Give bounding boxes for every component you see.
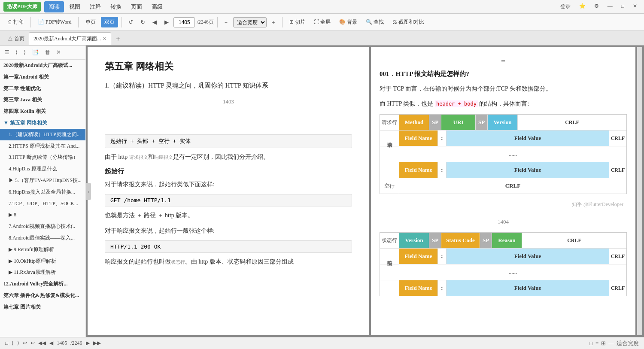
dots-2: ...... (399, 264, 626, 280)
fullscreen-button[interactable]: ⛶ 全屏 (310, 17, 334, 27)
single-page-button[interactable]: 单页 (82, 17, 99, 27)
toc-item-ch8[interactable]: 第七章 图片相关 (0, 301, 85, 313)
next-page-button[interactable]: ▶ (161, 17, 172, 27)
status-icon-4: ↩ (23, 340, 27, 346)
field-value-3: Field Value (447, 249, 609, 264)
sp3-cell: SP (429, 233, 441, 248)
status-icon-1: □ (5, 340, 8, 346)
toc-item-ch4[interactable]: 第四章 Kotlin 相关 (0, 106, 85, 117)
status-nav-last[interactable]: ▶▶ (93, 340, 101, 346)
search-button[interactable]: 🔍 查找 (362, 17, 387, 27)
maximize-btn[interactable]: □ (618, 2, 628, 11)
settings-btn[interactable]: ⚙ (591, 2, 602, 11)
status-nav-first[interactable]: ◀◀ (38, 340, 46, 346)
zoom-fit-label[interactable]: 适合宽度 (617, 340, 639, 347)
slice-button[interactable]: ⊞ 切片 (286, 17, 309, 27)
sidebar-icon-3[interactable]: ⟩ (21, 47, 28, 58)
body-text-2: 对于请求报文来说，起始行类似下面这样: (105, 179, 352, 190)
sidebar-icon-close[interactable]: ✕ (54, 47, 64, 58)
method-cell: Method (399, 115, 429, 130)
prev-page-button[interactable]: ◀ (149, 17, 160, 27)
sidebar-icon-1[interactable]: ☰ (2, 47, 12, 58)
undo-button[interactable]: ↺ (125, 17, 136, 27)
diagram-row-request-line: 请求行 Method SP URI SP Version CRLF (380, 115, 626, 130)
slice-icon: ⊞ (289, 19, 294, 25)
colon-2: : (438, 162, 447, 178)
minimize-btn[interactable]: — (604, 2, 616, 11)
toc-item-ch5-13[interactable]: ▶ 11.RxJava原理解析 (0, 267, 85, 278)
status-nav-prev[interactable]: ◀ (49, 340, 53, 346)
toc-item-ch1[interactable]: 第一章Android 相关 (0, 71, 85, 83)
background-button[interactable]: 🎨 背景 (336, 17, 361, 27)
close-btn[interactable]: ✕ (629, 2, 641, 11)
row-label-empty-line: 空行 (380, 178, 399, 194)
member-btn[interactable]: ⭐ (576, 2, 589, 11)
body-text-3: 也就是方法 ＋ 路径 ＋ http 版本。 (105, 210, 352, 221)
sidebar-icon-5[interactable]: 🗑 (42, 47, 53, 58)
right-page-panel: ≡ 001．HTTP 报文结构是怎样的? 对于 TCP 而言，在传输的时候分为两… (371, 47, 635, 335)
sp1-cell: SP (429, 115, 441, 130)
redo-button[interactable]: ↻ (137, 17, 148, 27)
toc-item-ch6[interactable]: 12.Android Volley完全解析... (0, 278, 85, 290)
toc-item-ch5-1[interactable]: 1.（建议精读）HTTP灵魂之问... (0, 129, 85, 140)
toc-item-ch3[interactable]: 第三章 Java 相关 (0, 94, 85, 106)
status-icon-b: ≡ (595, 340, 598, 347)
zoom-out-button[interactable]: － (221, 17, 231, 27)
login-btn[interactable]: 登录 (557, 2, 574, 11)
colon-4: : (438, 280, 447, 296)
menu-view[interactable]: 视图 (65, 1, 85, 12)
toc-item-main[interactable]: 2020最新Android大厂高级试... (0, 60, 85, 71)
sidebar-icon-2[interactable]: ⟨ (13, 47, 20, 58)
compare-button[interactable]: ⚖ 截图和对比 (389, 17, 428, 27)
background-icon: 🎨 (339, 19, 346, 25)
toc-item-ch7[interactable]: 第六章 插件化&热修复&模块化... (0, 290, 85, 301)
request-diagram: 请求行 Method SP URI SP Version CRLF 请求头 Fi… (380, 114, 627, 194)
tab-home[interactable]: △ 首页 (3, 33, 29, 45)
toc-item-ch5-10[interactable]: 8.Android最佳实践——深入... (0, 232, 85, 244)
req-header2-cells: Field Name : Field Value CRLF (399, 162, 626, 178)
toc-item-ch5-12[interactable]: ▶ 10.OkHttp原理解析 (0, 255, 85, 267)
status-code-cell: Status Code (441, 233, 480, 248)
toc-item-ch5-9[interactable]: 7.Android视频直播核心技术(.. (0, 221, 85, 232)
menu-advanced[interactable]: 高级 (147, 1, 167, 12)
status-nav-next[interactable]: ▶ (86, 340, 90, 346)
toc-item-ch5-6[interactable]: 6.HttpDns接入以及全局替换... (0, 186, 85, 198)
toc-item-ch5-4[interactable]: 4.HttpDns 原理是什么 (0, 163, 85, 175)
app-logo: 迅读PDF大师 (3, 2, 41, 12)
zoom-in-button[interactable]: ＋ (268, 17, 279, 27)
scroll-bar[interactable] (637, 47, 642, 335)
sidebar-collapse-button[interactable]: ‹ (86, 183, 91, 200)
sp2-cell: SP (476, 115, 488, 130)
question-title: 001．HTTP 报文结构是怎样的? (380, 70, 627, 78)
print-button[interactable]: 🖨 打印 (3, 17, 27, 27)
left-page-panel: 第五章 网络相关 1.（建议精读）HTTP 灵魂之问，巩固你的 HTTP 知识体… (88, 47, 369, 335)
toc-item-ch2[interactable]: 第二章 性能优化 (0, 83, 85, 94)
status-icon-2: ⟨ (12, 340, 14, 346)
crlf-5: CRLF (609, 249, 626, 264)
reason-cell: Reason (492, 233, 522, 248)
convert-icon: 📄 (38, 19, 44, 25)
status-icon-c: ⊞ (601, 340, 606, 347)
statusbar: □ ⟨ ⟩ ↩ ↩ ◀◀ ◀ 1405 /2246 ▶ ▶▶ □ ≡ ⊞ — 适… (0, 337, 644, 349)
menu-read[interactable]: 阅读 (44, 1, 64, 12)
menu-page[interactable]: 页面 (127, 1, 146, 12)
pdf-convert-button[interactable]: 📄 PDF转Word (34, 17, 75, 27)
toc-item-ch5-11[interactable]: ▶ 9.Retrofit原理解析 (0, 244, 85, 255)
menu-annotate[interactable]: 注释 (85, 1, 105, 12)
tab-close-icon[interactable]: ✕ (103, 36, 106, 42)
toc-item-ch5-8[interactable]: ▶ 8. (0, 209, 85, 221)
toc-item-ch5-3[interactable]: 3.HTTP 断点续传（分块传输） (0, 152, 85, 163)
page-number-input[interactable] (173, 17, 195, 27)
subtitle-start: 起始行 (105, 167, 352, 176)
toc-item-ch5-7[interactable]: 7.TCP、UDP、HTTP、SOCK... (0, 198, 85, 209)
zoom-select[interactable]: 适合宽度 50% 75% 100% 125% 150% (233, 17, 267, 27)
double-page-button[interactable]: 双页 (101, 17, 118, 27)
tab-doc[interactable]: 2020最新Android大厂高频面... ✕ (29, 32, 111, 45)
tab-add-button[interactable]: ＋ (111, 33, 125, 45)
toc-item-ch5-2[interactable]: 2.HTTPS 原理浅析及其在 And... (0, 140, 85, 152)
sidebar-icon-4[interactable]: 📑 (29, 47, 41, 58)
toc-item-ch5-5[interactable]: ▶ 5.（客厅TV-APP HttpDNS技... (0, 175, 85, 186)
menu-convert[interactable]: 转换 (106, 1, 126, 12)
toc-item-ch5[interactable]: ▼ 第五章 网络相关 (0, 117, 85, 129)
crlf-3: CRLF (609, 162, 626, 178)
